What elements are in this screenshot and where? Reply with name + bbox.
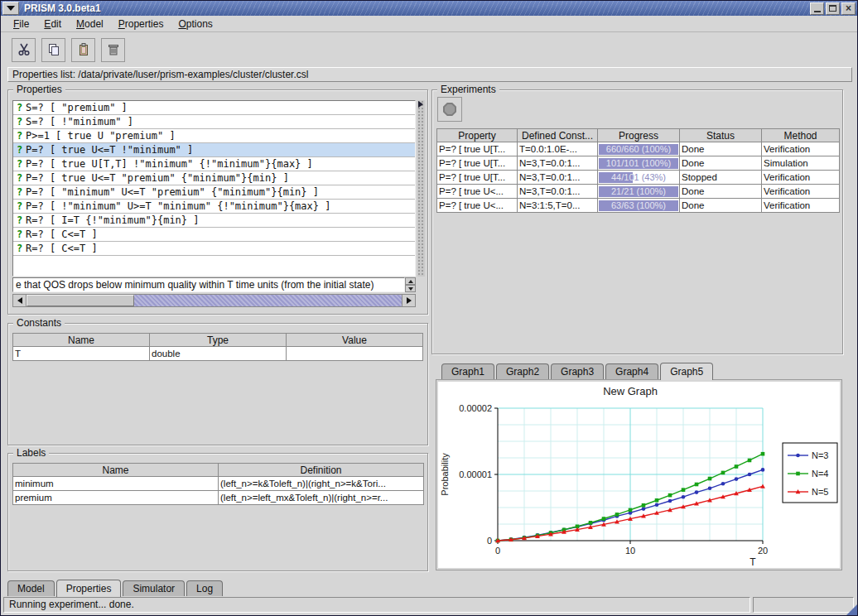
scrollbar-thumb[interactable]	[27, 295, 134, 306]
property-text: P=? [ true U<=T !"minimum" ]	[26, 144, 193, 156]
experiment-method-cell: Verification	[762, 185, 840, 199]
table-row[interactable]: minimum (left_n>=k&Toleft_n)|(right_n>=k…	[13, 477, 424, 491]
menu-edit[interactable]: Edit	[36, 17, 69, 31]
paste-button[interactable]	[71, 38, 95, 62]
property-item[interactable]: ?R=? [ C<=T ]	[13, 242, 415, 256]
svg-text:0.00001: 0.00001	[459, 469, 492, 479]
window-menu-button[interactable]	[2, 2, 19, 15]
experiment-row[interactable]: P=? [ true U<... N=3,T=0.0:1... 21/21 (1…	[437, 185, 840, 199]
toolbar	[1, 33, 857, 66]
progress-bar: 44/101 (43%) 44/101 (43%)	[599, 172, 678, 183]
experiments-col-progress[interactable]: Progress	[598, 129, 680, 142]
property-text: P>=1 [ true U "premium" ]	[26, 130, 176, 142]
graph-tabs: Graph1 Graph2 Graph3 Graph4 Graph5	[435, 362, 843, 379]
property-item[interactable]: ?R=? [ I=T {!"minimum"}{min} ]	[13, 214, 415, 228]
window-title: PRISM 3.0.beta1	[24, 2, 101, 14]
experiment-constants-cell: N=3,T=0.0:1...	[518, 185, 598, 199]
constants-col-value[interactable]: Value	[287, 334, 423, 347]
maximize-button[interactable]	[826, 2, 840, 15]
experiments-col-property[interactable]: Property	[437, 129, 518, 142]
experiment-constants-cell: N=3,T=0.0:1...	[518, 171, 598, 185]
property-item[interactable]: ?R=? [ C<=T ]	[13, 228, 415, 242]
property-query-icon: ?	[13, 229, 26, 240]
menu-properties[interactable]: Properties	[111, 17, 171, 31]
tab-graph1[interactable]: Graph1	[441, 363, 494, 379]
menu-bar: File Edit Model Properties Options	[1, 16, 857, 32]
experiment-property-cell: P=? [ true U[T...	[437, 142, 518, 156]
property-query-icon: ?	[13, 102, 26, 113]
property-query-icon: ?	[13, 243, 26, 254]
property-item[interactable]: ?P=? [ "minimum" U<=T "premium" {"minimu…	[13, 185, 415, 200]
property-text: S=? [ "premium" ]	[26, 102, 128, 113]
experiment-row[interactable]: P=? [ true U[T... N=3,T=0.0:1... 44/101 …	[437, 171, 840, 185]
svg-text:New Graph: New Graph	[603, 385, 658, 397]
experiment-property-cell: P=? [ true U[T...	[437, 156, 518, 171]
constants-col-type[interactable]: Type	[150, 334, 287, 347]
property-query-icon: ?	[13, 130, 26, 142]
close-button[interactable]: ×	[841, 2, 856, 15]
labels-table: Name Definition minimum (left_n>=k&Tolef…	[12, 463, 424, 505]
menu-options[interactable]: Options	[171, 17, 219, 31]
property-item[interactable]: ?S=? [ !"minimum" ]	[13, 115, 415, 129]
menu-model[interactable]: Model	[69, 17, 111, 31]
stop-experiment-button[interactable]	[437, 97, 462, 122]
property-item[interactable]: ?P=? [ true U<=T "premium" {"minimum"}{m…	[13, 171, 415, 185]
spinner-up-button[interactable]	[405, 277, 416, 285]
property-query-icon: ?	[13, 144, 26, 156]
tab-model[interactable]: Model	[7, 580, 55, 596]
cut-button[interactable]	[12, 38, 36, 62]
spinner-down-button[interactable]	[405, 285, 416, 292]
property-item[interactable]: ?S=? [ "premium" ]	[13, 101, 415, 115]
experiment-status-cell: Done	[680, 185, 762, 199]
title-bar[interactable]: PRISM 3.0.beta1 ×	[1, 1, 857, 16]
experiment-constants-cell: N=3:1:5,T=0...	[518, 199, 598, 213]
property-query-icon: ?	[13, 186, 26, 198]
experiments-col-constants[interactable]: Defined Const...	[518, 129, 598, 142]
tab-graph4[interactable]: Graph4	[605, 363, 658, 379]
tab-simulator[interactable]: Simulator	[123, 580, 185, 596]
scissors-icon	[17, 42, 31, 57]
tab-graph5[interactable]: Graph5	[660, 363, 713, 380]
property-item[interactable]: ?P=? [ true U<=T !"minimum" ]	[13, 143, 415, 157]
scrollbar-track[interactable]	[134, 295, 402, 306]
copy-button[interactable]	[41, 38, 65, 62]
labels-col-name[interactable]: Name	[13, 464, 219, 477]
trash-icon	[106, 42, 121, 57]
property-comment-field[interactable]: e that QOS drops below minimum quality w…	[12, 277, 405, 292]
experiment-row[interactable]: P=? [ true U[T... T=0.0:1.0E-... 660/660…	[437, 142, 840, 156]
experiment-constants-cell: T=0.0:1.0E-...	[518, 142, 598, 156]
experiment-constants-cell: N=3,T=0.0:1...	[518, 156, 598, 171]
scroll-right-button[interactable]	[402, 295, 415, 306]
property-item[interactable]: ?P>=1 [ true U "premium" ]	[13, 129, 415, 143]
properties-vertical-scrollbar[interactable]	[417, 100, 425, 277]
tab-graph3[interactable]: Graph3	[551, 363, 604, 379]
constants-col-name[interactable]: Name	[13, 334, 150, 347]
status-bar: Running experiment... done.	[3, 597, 750, 613]
constant-name-cell: T	[13, 347, 150, 361]
property-text: R=? [ I=T {!"minimum"}{min} ]	[26, 214, 200, 226]
property-item[interactable]: ?P=? [ true U[T,T] !"minimum" {!"minimum…	[13, 157, 415, 171]
labels-col-definition[interactable]: Definition	[219, 464, 424, 477]
property-item[interactable]: ?P=? [ !"minimum" U>=T "minimum" {!"mini…	[13, 200, 415, 214]
label-name-cell: minimum	[13, 477, 219, 491]
experiment-row[interactable]: P=? [ true U[T... N=3,T=0.0:1... 101/101…	[437, 156, 840, 171]
menu-file[interactable]: File	[6, 17, 36, 31]
experiment-row[interactable]: P=? [ true U<... N=3:1:5,T=0... 63/63 (1…	[437, 199, 840, 213]
svg-text:T: T	[750, 556, 756, 567]
constants-table: Name Type Value T double	[12, 333, 423, 361]
tab-graph2[interactable]: Graph2	[496, 363, 549, 379]
experiments-col-status[interactable]: Status	[680, 129, 762, 142]
table-row[interactable]: T double	[13, 347, 423, 361]
table-row[interactable]: premium (left_n>=left_mx&Toleft_n)|(righ…	[13, 491, 424, 505]
experiments-col-method[interactable]: Method	[762, 129, 840, 142]
experiment-progress-cell: 101/101 (100%) 101/101 (100%)	[598, 156, 680, 171]
delete-button[interactable]	[101, 38, 125, 62]
progress-bar: 63/63 (100%) 63/63 (100%)	[599, 200, 678, 211]
tab-properties[interactable]: Properties	[56, 580, 122, 597]
minimize-button[interactable]	[810, 2, 824, 15]
tab-log[interactable]: Log	[186, 580, 223, 596]
svg-text:0: 0	[495, 546, 500, 556]
up-arrow-icon	[408, 280, 413, 283]
scroll-left-button[interactable]	[13, 295, 27, 306]
properties-horizontal-scrollbar[interactable]	[12, 294, 416, 307]
